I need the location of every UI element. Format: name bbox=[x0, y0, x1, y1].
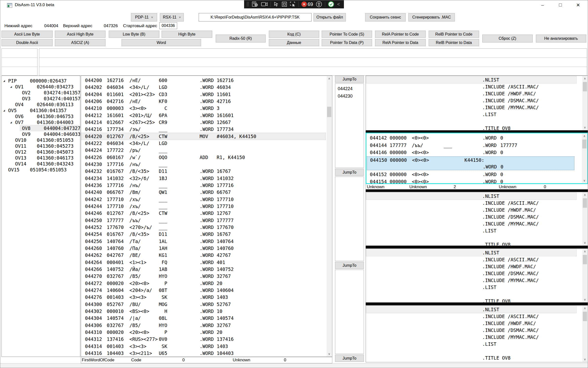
listing-row[interactable]: 044226060167/w`/OQOADDR1, K44150 bbox=[82, 154, 326, 161]
asm-line[interactable]: .INCLUDE /ASCII.MAC/ bbox=[366, 83, 576, 90]
minimize-button[interactable]: – bbox=[537, 0, 548, 10]
listing-row[interactable]: 044274140604<204>/а/08T.WORD140604 bbox=[82, 287, 326, 294]
panel-scrollbar[interactable]: ∧ ∨ bbox=[582, 192, 588, 245]
open-file-button[interactable]: Открыть файл bbox=[314, 13, 346, 21]
asciz-button[interactable]: ASCIZ (A) bbox=[55, 39, 105, 46]
scrollbar-thumb[interactable] bbox=[583, 198, 587, 208]
scrollbar-thumb[interactable] bbox=[582, 140, 587, 148]
scrollbar-thumb[interactable] bbox=[583, 312, 587, 321]
tree-item[interactable]: OV6041360:046753 bbox=[2, 113, 80, 119]
reset-button[interactable]: Сброс (Z) bbox=[482, 35, 533, 42]
scroll-up-icon[interactable]: ∧ bbox=[582, 306, 588, 311]
panel-splitter[interactable] bbox=[366, 189, 588, 192]
jump-target[interactable]: 044224 bbox=[338, 85, 353, 92]
relb-pointer-to-code-button[interactable]: RelB Pointer to Code bbox=[429, 31, 479, 38]
no-analyze-button[interactable]: Не анализировать bbox=[536, 35, 586, 42]
start-address-input[interactable] bbox=[159, 22, 177, 29]
listing-row[interactable]: 044232016767/В/<35>D11.WORD16767 bbox=[82, 168, 326, 175]
scrollbar-thumb[interactable] bbox=[583, 82, 587, 91]
asm-line[interactable]: .TITLE OV8 bbox=[366, 125, 576, 130]
ascii-low-byte-button[interactable]: Ascii Low Byte bbox=[1, 31, 53, 38]
inspector-row[interactable]: 044152000000<0><0>.WORD0 bbox=[367, 171, 574, 178]
scrollbar-thumb[interactable] bbox=[327, 107, 331, 117]
region-select-icon[interactable] bbox=[290, 1, 296, 7]
asm-line[interactable]: .INCLUDE /HWDF.MAC/ bbox=[366, 320, 576, 327]
scroll-up-icon[interactable]: ∧ bbox=[582, 134, 587, 139]
listing-row[interactable]: 044204011601<201><23>CD3.WORD11601 bbox=[82, 91, 326, 98]
scroll-down-icon[interactable]: ∨ bbox=[582, 178, 587, 183]
capture-log-icon[interactable] bbox=[252, 1, 258, 7]
panel-splitter[interactable] bbox=[366, 303, 588, 305]
asm-line[interactable]: .NLIST bbox=[366, 249, 576, 256]
tree-item[interactable]: OV12041360:045073 bbox=[2, 149, 80, 155]
listing-row[interactable]: 044230177716/нъ/___ bbox=[82, 161, 326, 168]
listing-row[interactable]: 044202046034<34>/L/LGD.WORD46034 bbox=[82, 84, 326, 91]
error-count-badge[interactable]: ✕ 69 bbox=[301, 1, 313, 7]
listing-row[interactable]: 044312137416<RUS><277>0V0.WORD137416 bbox=[82, 336, 326, 343]
listing-row[interactable]: 044234141032<32>/б/1BJ.WORD141032 bbox=[82, 175, 326, 182]
asm-line[interactable]: .INCLUDE /DSMAC.MAC/ bbox=[366, 270, 576, 277]
os-select[interactable]: RSX-11 ˅ bbox=[160, 13, 184, 21]
panel-splitter[interactable] bbox=[366, 130, 588, 133]
listing-row[interactable]: 044212161601<201>/Ц/6PA.WORD161601 bbox=[82, 112, 326, 119]
tree-item[interactable]: OV9044004:046033 bbox=[2, 131, 80, 137]
radix50-button[interactable]: Radix-50 (R) bbox=[216, 35, 266, 42]
inspector-scrollbar[interactable]: ∧ ∨ bbox=[582, 134, 587, 183]
rela-pointer-to-data-button[interactable]: RelA Pointer to Data bbox=[375, 39, 426, 46]
tree-item[interactable]: ◢OV7041360:044003 bbox=[2, 119, 80, 125]
asm-line[interactable]: .LIST bbox=[366, 284, 576, 291]
listing-row[interactable]: 044276001403<3><3>SK.WORD1403 bbox=[82, 294, 326, 301]
pointer-to-data-button[interactable]: Pointer To Data (P) bbox=[322, 39, 372, 46]
scroll-down-icon[interactable]: ∨ bbox=[582, 240, 588, 245]
listing-row[interactable]: 044316104403<3><211>U65.WORD104403 bbox=[82, 350, 326, 357]
tree-item[interactable]: ◢PIP000000:026437 bbox=[2, 78, 80, 84]
listing-row[interactable]: 044210000003<3><0>C.WORD3 bbox=[82, 105, 326, 112]
listing-row[interactable]: 044256140764/Та/1AL.WORD140764 bbox=[82, 238, 326, 245]
pointer-to-code-button[interactable]: Pointer To Code (S) bbox=[322, 31, 372, 38]
tree-item[interactable]: OV15051054:051053 bbox=[2, 167, 80, 173]
relb-pointer-to-data-button[interactable]: RelB Pointer to Data bbox=[429, 39, 479, 46]
asm-line[interactable]: .INCLUDE /DSMAC.MAC/ bbox=[366, 213, 576, 220]
scroll-down-icon[interactable]: ∨ bbox=[327, 351, 332, 356]
asm-line[interactable]: .NLIST bbox=[366, 193, 576, 200]
jumpto-button-4[interactable]: JumpTo bbox=[335, 355, 364, 362]
asm-line[interactable]: .TITLE OV8 bbox=[366, 298, 576, 303]
tree-expand-icon[interactable]: ◢ bbox=[10, 84, 12, 90]
collapse-toolbar-icon[interactable]: < bbox=[337, 1, 340, 7]
listing-row[interactable]: 044222046034<34>/L/LGD bbox=[82, 140, 326, 147]
listing-row[interactable]: 044242177710/хъ/___.WORD177710 bbox=[82, 196, 326, 203]
asm-line[interactable]: .NLIST bbox=[366, 76, 576, 83]
panel-scrollbar[interactable]: ∧ ∨ bbox=[582, 306, 588, 362]
inspector-row[interactable]: 044142000000<0><0>.WORD0 bbox=[367, 134, 574, 142]
listing-row[interactable]: 044252177670<270>/ъ/___.WORD177670 bbox=[82, 224, 326, 231]
asm-line[interactable]: .LIST bbox=[366, 227, 576, 234]
tree-item[interactable]: ◢OV5041360:041357 bbox=[2, 107, 80, 113]
scroll-down-icon[interactable]: ∨ bbox=[582, 297, 588, 302]
tree-item[interactable]: OV14041360:043243 bbox=[2, 161, 80, 167]
listing-row[interactable]: 044272000020<20><0>P.WORD20 bbox=[82, 280, 326, 287]
accessibility-icon[interactable] bbox=[316, 1, 322, 7]
listing-row[interactable]: 044236177716/нъ/___.WORD177716 bbox=[82, 182, 326, 189]
listing-row[interactable]: 044260140760/Па/1AH.WORD140760 bbox=[82, 245, 326, 252]
inspector-row-selected[interactable]: 044150000000<0><0>K44150:.WORD0 bbox=[367, 156, 574, 170]
listing-row[interactable]: 044250177777/ъъ/___.WORD177777 bbox=[82, 217, 326, 224]
tree-item[interactable]: OV8044004:047327 bbox=[2, 125, 80, 131]
asm-line[interactable]: .INCLUDE /ASCII.MAC/ bbox=[366, 313, 576, 320]
asm-line[interactable]: .TITLE OV8 bbox=[366, 354, 576, 361]
cpu-select[interactable]: PDP-11 ˅ bbox=[131, 13, 157, 21]
scroll-up-icon[interactable]: ∧ bbox=[582, 192, 588, 197]
scroll-up-icon[interactable]: ∧ bbox=[582, 249, 588, 254]
tree-expand-icon[interactable]: ◢ bbox=[10, 119, 12, 125]
tree-item[interactable]: OV13041360:046173 bbox=[2, 155, 80, 161]
asm-line[interactable]: .INCLUDE /MYMAC.MAC/ bbox=[366, 277, 576, 284]
listing-row[interactable]: 044246012767/В/<25>CTW.WORD12767 bbox=[82, 210, 326, 217]
ascii-high-byte-button[interactable]: Ascii High Byte bbox=[55, 31, 105, 38]
listing-row[interactable]: 044240066767/Вm/QW1.WORD66767 bbox=[82, 189, 326, 196]
listing-row[interactable]: 044310000020<20><0>P.WORD20 bbox=[82, 329, 326, 336]
asm-line[interactable]: .INCLUDE /MYMAC.MAC/ bbox=[366, 104, 576, 111]
listing-row[interactable]: 044270032767/В5/HYO.WORD32767 bbox=[82, 273, 326, 280]
save-session-button[interactable]: Сохранить сеанс bbox=[365, 13, 406, 21]
generate-mac-button[interactable]: Сгенерировать .MAC bbox=[408, 13, 455, 21]
listing-row[interactable]: 044216177734/эъ/___.WORD177734 bbox=[82, 126, 326, 133]
asm-line[interactable]: .INCLUDE /HWDF.MAC/ bbox=[366, 90, 576, 97]
